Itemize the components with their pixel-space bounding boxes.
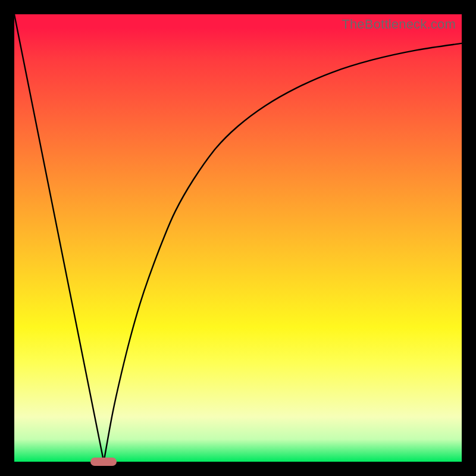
bottleneck-curve [14, 14, 462, 462]
optimum-marker [90, 458, 117, 466]
chart-canvas: TheBottleneck.com [14, 14, 462, 462]
